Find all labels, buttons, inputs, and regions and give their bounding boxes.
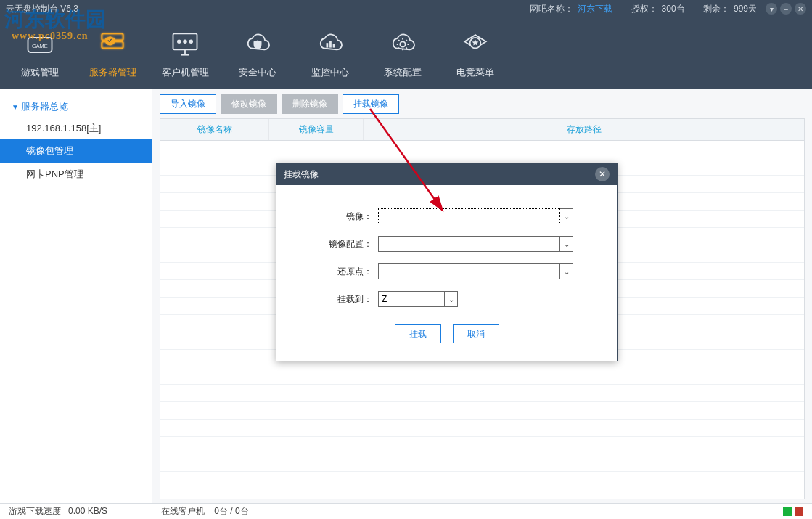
main-nav: GAME 游戏管理 服务器管理 客户机管理 安全中心 监控中心 系统配置 — [0, 17, 812, 89]
col-image-name[interactable]: 镜像名称 — [160, 119, 269, 140]
nav-security[interactable]: 安全中心 — [232, 27, 283, 79]
status-indicator-red — [795, 507, 803, 516]
dropdown-icon[interactable]: ▾ — [766, 3, 777, 15]
dialog-title: 挂载镜像 — [284, 168, 319, 181]
modify-image-button[interactable]: 修改镜像 — [221, 94, 277, 114]
svg-point-13 — [400, 41, 405, 46]
field-config-input[interactable] — [378, 236, 560, 252]
svg-rect-12 — [333, 44, 335, 48]
import-image-button[interactable]: 导入镜像 — [160, 94, 216, 114]
field-mount-input[interactable] — [378, 291, 445, 307]
dialog-ok-button[interactable]: 挂载 — [395, 324, 441, 343]
col-image-path[interactable]: 存放路径 — [364, 119, 804, 140]
delete-image-button[interactable]: 删除镜像 — [282, 94, 338, 114]
app-title: 云无盘控制台 V6.3 — [6, 3, 525, 15]
header-info: 网吧名称：河东下载 授权：300台 剩余：999天 — [525, 3, 757, 15]
nav-game[interactable]: GAME 游戏管理 — [15, 27, 65, 79]
svg-point-9 — [189, 41, 192, 44]
cloud-chart-icon — [313, 27, 348, 62]
dialog-close-icon[interactable]: ✕ — [595, 167, 610, 181]
field-mount-label: 挂载到： — [320, 293, 378, 306]
field-config-label: 镜像配置： — [320, 238, 378, 250]
nav-monitor[interactable]: 监控中心 — [305, 27, 356, 79]
mount-image-dialog: 挂载镜像 ✕ 镜像： ⌄ 镜像配置： ⌄ 还原点： ⌄ 挂载到： ⌄ 挂载 取消 — [276, 163, 618, 361]
chevron-down-icon[interactable]: ⌄ — [560, 208, 573, 224]
tree-root-servers[interactable]: 服务器总览 — [0, 96, 152, 118]
remain-value: 999天 — [734, 4, 757, 14]
status-bar: 游戏下载速度 0.00 KB/S 在线客户机 0台 / 0台 — [0, 503, 812, 519]
field-restore-input[interactable] — [378, 263, 560, 279]
field-restore-label: 还原点： — [320, 266, 378, 278]
svg-rect-10 — [327, 43, 329, 47]
cafe-label: 网吧名称： — [530, 4, 573, 14]
dialog-titlebar[interactable]: 挂载镜像 ✕ — [276, 163, 617, 185]
svg-point-8 — [184, 41, 186, 44]
chevron-down-icon[interactable]: ⌄ — [445, 291, 458, 307]
svg-text:GAME: GAME — [32, 43, 48, 49]
online-label: 在线客户机 — [161, 506, 205, 516]
toolbar: 导入镜像 修改镜像 删除镜像 挂载镜像 — [160, 94, 805, 114]
cloud-shield-icon — [240, 27, 275, 62]
mount-image-button[interactable]: 挂载镜像 — [343, 94, 399, 114]
auth-value: 300台 — [662, 4, 685, 14]
monitor-icon — [168, 27, 202, 62]
sidebar-item-pnp[interactable]: 网卡PNP管理 — [0, 163, 152, 186]
online-value: 0台 / 0台 — [214, 506, 248, 516]
speed-label: 游戏下载速度 — [9, 506, 61, 516]
close-icon[interactable]: ✕ — [795, 3, 806, 15]
svg-rect-11 — [329, 41, 332, 47]
cafe-name[interactable]: 河东下载 — [578, 4, 612, 14]
nav-esport[interactable]: 电竞菜单 — [450, 27, 501, 79]
field-image-label: 镜像： — [320, 211, 378, 223]
status-indicator-green — [783, 507, 792, 516]
title-bar: 云无盘控制台 V6.3 网吧名称：河东下载 授权：300台 剩余：999天 ▾ … — [0, 0, 812, 17]
nav-client[interactable]: 客户机管理 — [160, 27, 210, 79]
gamepad-icon: GAME — [22, 27, 57, 62]
minimize-icon[interactable]: – — [780, 3, 792, 15]
tree-server-ip[interactable]: 192.168.1.158[主] — [0, 118, 152, 139]
speed-value: 0.00 KB/S — [68, 506, 107, 516]
sidebar-item-image[interactable]: 镜像包管理 — [0, 139, 152, 163]
col-image-size[interactable]: 镜像容量 — [269, 119, 364, 140]
field-image-input[interactable] — [378, 208, 560, 224]
server-shield-icon — [95, 27, 130, 62]
sidebar: 服务器总览 192.168.1.158[主] 镜像包管理 网卡PNP管理 — [0, 89, 152, 503]
nav-server[interactable]: 服务器管理 — [87, 27, 138, 79]
dialog-cancel-button[interactable]: 取消 — [453, 324, 499, 343]
auth-label: 授权： — [631, 4, 657, 14]
chevron-down-icon[interactable]: ⌄ — [560, 236, 573, 252]
svg-point-7 — [178, 41, 181, 44]
star-badge-icon — [458, 27, 493, 62]
nav-system[interactable]: 系统配置 — [377, 27, 428, 79]
cloud-gear-icon — [385, 27, 420, 62]
chevron-down-icon[interactable]: ⌄ — [560, 263, 573, 279]
remain-label: 剩余： — [703, 4, 729, 14]
